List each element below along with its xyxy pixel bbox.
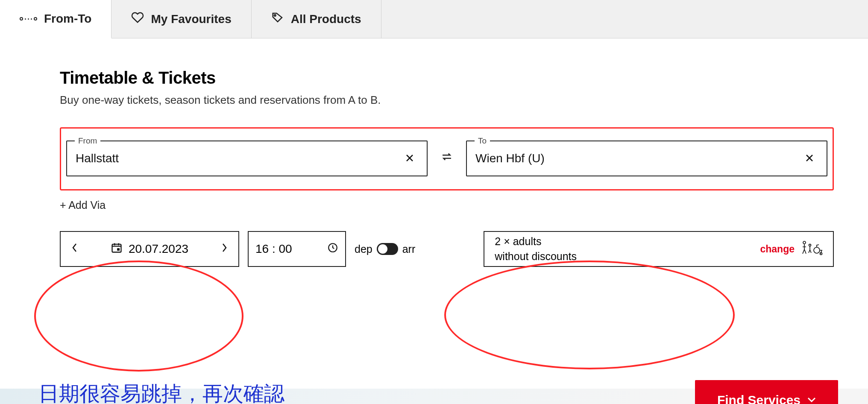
- svg-point-14: [820, 253, 822, 255]
- from-fieldset: From: [66, 141, 428, 176]
- tab-label: From-To: [44, 12, 91, 26]
- clock-icon: [327, 242, 338, 256]
- swap-icon[interactable]: [437, 147, 457, 170]
- change-passengers-link[interactable]: change: [760, 243, 795, 255]
- tab-favourites[interactable]: My Favourites: [111, 0, 251, 38]
- date-time-pax-row: 20.07.2023 16 : 00 dep arr 2 × adults wi…: [60, 231, 834, 267]
- svg-rect-9: [117, 248, 120, 251]
- tab-from-to[interactable]: From-To: [0, 0, 111, 38]
- next-day-button[interactable]: [217, 240, 232, 258]
- passenger-selector[interactable]: 2 × adults without discounts change: [484, 231, 834, 267]
- svg-point-12: [809, 244, 811, 246]
- passenger-summary: 2 × adults without discounts: [495, 234, 577, 264]
- find-label: Find Services: [717, 393, 801, 404]
- prev-day-button[interactable]: [67, 240, 82, 258]
- to-input[interactable]: [475, 152, 801, 165]
- clear-to-button[interactable]: [801, 150, 818, 167]
- time-value: 16 : 00: [255, 242, 292, 256]
- date-value: 20.07.2023: [129, 242, 188, 256]
- annotation-text: 日期很容易跳掉，再次確認: [38, 380, 284, 404]
- svg-rect-8: [112, 244, 121, 252]
- passenger-line1: 2 × adults: [495, 234, 577, 249]
- passenger-line2: without discounts: [495, 249, 577, 264]
- from-to-highlight: From To: [60, 127, 834, 190]
- arr-label: arr: [402, 243, 416, 255]
- page-title: Timetable & Tickets: [60, 68, 834, 88]
- to-label: To: [475, 136, 490, 146]
- to-fieldset: To: [466, 141, 827, 176]
- tabs-bar: From-To My Favourites All Products: [0, 0, 868, 38]
- dep-arr-toggle[interactable]: dep arr: [355, 243, 415, 255]
- from-input[interactable]: [76, 152, 401, 165]
- toggle-switch[interactable]: [377, 243, 398, 255]
- clear-from-button[interactable]: [401, 150, 418, 167]
- tag-icon: [271, 11, 284, 27]
- date-picker[interactable]: 20.07.2023: [60, 231, 239, 267]
- find-services-button[interactable]: Find Services: [695, 380, 838, 404]
- svg-point-7: [274, 15, 276, 16]
- tab-label: My Favourites: [151, 12, 231, 26]
- svg-point-11: [803, 241, 806, 244]
- time-picker[interactable]: 16 : 00: [248, 231, 346, 267]
- route-icon: [20, 17, 37, 20]
- dep-label: dep: [355, 243, 372, 255]
- annotation-circle-date: [34, 261, 243, 372]
- passengers-icon: [801, 241, 823, 257]
- heart-icon: [131, 11, 144, 27]
- svg-point-13: [814, 247, 820, 253]
- from-label: From: [75, 136, 100, 146]
- tab-label: All Products: [291, 12, 361, 26]
- calendar-icon: [111, 242, 123, 257]
- booking-panel: Timetable & Tickets Buy one-way tickets,…: [0, 38, 868, 389]
- page-subtitle: Buy one-way tickets, season tickets and …: [60, 94, 834, 107]
- chevron-down-icon: [807, 395, 816, 404]
- annotation-circle-passengers: [444, 261, 735, 369]
- tab-all-products[interactable]: All Products: [252, 0, 381, 38]
- add-via-link[interactable]: + Add Via: [60, 199, 106, 211]
